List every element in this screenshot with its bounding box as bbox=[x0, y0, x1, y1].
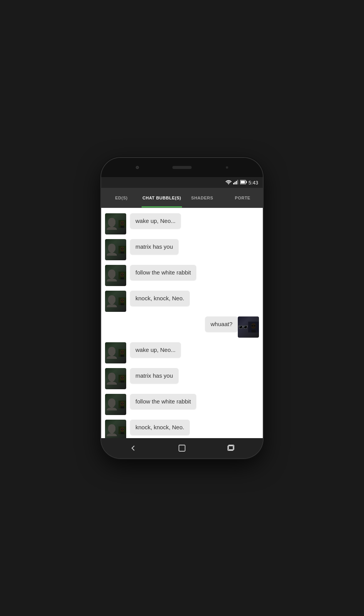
svg-point-54 bbox=[121, 353, 124, 355]
svg-point-46 bbox=[252, 327, 255, 328]
signal-icon bbox=[233, 180, 239, 185]
svg-rect-35 bbox=[121, 300, 122, 301]
svg-rect-39 bbox=[120, 303, 124, 305]
chat-area: wake up, Neo... matrix has you follow th… bbox=[101, 208, 263, 438]
message-bubble: knock, knock, Neo. bbox=[130, 291, 190, 306]
battery-icon bbox=[240, 180, 247, 185]
message-text: matrix has you bbox=[135, 372, 173, 380]
morpheus-avatar bbox=[105, 394, 126, 415]
svg-rect-52 bbox=[123, 352, 124, 353]
status-time: 5:43 bbox=[249, 180, 258, 186]
svg-rect-67 bbox=[121, 403, 122, 404]
svg-rect-59 bbox=[121, 377, 122, 378]
nav-bar bbox=[101, 438, 263, 458]
phone-frame: 5:43 ED(S) CHAT BUBBLE(S) SHADERS PORTE … bbox=[101, 158, 263, 458]
morpheus-avatar bbox=[105, 368, 126, 389]
svg-point-38 bbox=[121, 301, 124, 303]
chat-message: knock, knock, Neo. bbox=[101, 288, 263, 314]
morpheus-avatar bbox=[105, 420, 126, 438]
chat-message: matrix has you bbox=[101, 366, 263, 392]
recents-button[interactable] bbox=[222, 440, 239, 457]
svg-rect-28 bbox=[123, 274, 124, 275]
tab-bar: ED(S) CHAT BUBBLE(S) SHADERS PORTE bbox=[101, 188, 263, 208]
front-camera bbox=[136, 166, 139, 169]
message-bubble: knock, knock, Neo. bbox=[130, 420, 190, 435]
svg-point-78 bbox=[121, 430, 124, 432]
svg-point-14 bbox=[121, 224, 124, 226]
chat-message: follow the white rabbit bbox=[101, 392, 263, 417]
svg-rect-31 bbox=[120, 278, 124, 280]
chat-message: follow the white rabbit bbox=[101, 263, 263, 288]
svg-rect-11 bbox=[121, 223, 122, 224]
svg-rect-4 bbox=[237, 180, 238, 184]
home-button[interactable] bbox=[174, 440, 190, 457]
status-bar: 5:43 bbox=[101, 177, 263, 188]
message-text: follow the white rabbit bbox=[135, 398, 191, 405]
message-text: follow the white rabbit bbox=[135, 269, 191, 276]
svg-rect-47 bbox=[252, 330, 256, 333]
chat-message: knock, knock, Neo. bbox=[101, 417, 263, 438]
earpiece-speaker bbox=[172, 166, 192, 169]
svg-rect-2 bbox=[234, 182, 235, 185]
message-text: wake up, Neo... bbox=[135, 346, 175, 354]
svg-rect-1 bbox=[233, 183, 234, 184]
morpheus-avatar bbox=[105, 265, 126, 286]
message-text: knock, knock, Neo. bbox=[135, 424, 184, 431]
svg-rect-71 bbox=[120, 407, 124, 408]
message-text: wake up, Neo... bbox=[135, 217, 175, 225]
message-bubble: whuaat? bbox=[205, 316, 238, 332]
svg-rect-36 bbox=[123, 300, 124, 301]
svg-point-22 bbox=[121, 250, 124, 251]
wifi-icon bbox=[225, 180, 232, 186]
svg-rect-88 bbox=[179, 445, 185, 451]
svg-rect-55 bbox=[120, 355, 124, 357]
message-bubble: follow the white rabbit bbox=[130, 394, 196, 409]
svg-point-44 bbox=[254, 325, 256, 326]
svg-point-62 bbox=[121, 379, 124, 380]
svg-point-70 bbox=[121, 405, 124, 406]
message-bubble: wake up, Neo... bbox=[130, 213, 181, 229]
chat-message: wake up, Neo... bbox=[101, 340, 263, 366]
svg-rect-79 bbox=[120, 432, 124, 434]
svg-rect-76 bbox=[123, 429, 124, 430]
message-bubble: wake up, Neo... bbox=[130, 342, 181, 358]
svg-rect-20 bbox=[123, 248, 124, 249]
svg-rect-3 bbox=[236, 181, 237, 184]
svg-rect-15 bbox=[120, 226, 124, 228]
message-text: whuaat? bbox=[210, 320, 232, 328]
svg-rect-23 bbox=[120, 252, 124, 254]
svg-rect-12 bbox=[123, 223, 124, 224]
message-text: matrix has you bbox=[135, 243, 173, 251]
svg-point-0 bbox=[228, 184, 229, 184]
chat-message: matrix has you bbox=[101, 237, 263, 263]
svg-rect-51 bbox=[121, 352, 122, 353]
message-bubble: matrix has you bbox=[130, 368, 179, 383]
status-icons: 5:43 bbox=[225, 180, 258, 186]
message-bubble: follow the white rabbit bbox=[130, 265, 196, 280]
svg-point-43 bbox=[251, 325, 254, 326]
svg-rect-27 bbox=[121, 274, 122, 275]
svg-rect-6 bbox=[246, 181, 247, 183]
back-button[interactable] bbox=[125, 440, 142, 457]
svg-point-30 bbox=[121, 276, 124, 277]
message-bubble: matrix has you bbox=[130, 239, 179, 254]
tab-shaders[interactable]: SHADERS bbox=[182, 188, 222, 208]
svg-rect-63 bbox=[120, 381, 124, 383]
tab-chat-bubble[interactable]: CHAT BUBBLE(S) bbox=[142, 188, 182, 208]
svg-rect-19 bbox=[121, 248, 122, 249]
proximity-sensor bbox=[226, 166, 228, 169]
morpheus-avatar bbox=[105, 342, 126, 363]
morpheus-avatar bbox=[105, 213, 126, 234]
morpheus-avatar bbox=[105, 291, 126, 312]
chat-message: wake up, Neo... bbox=[101, 211, 263, 237]
morpheus-avatar bbox=[105, 239, 126, 260]
svg-rect-75 bbox=[121, 429, 122, 430]
chat-message: whuaat? bbox=[101, 314, 263, 340]
phone-top-bar bbox=[101, 158, 263, 177]
svg-rect-68 bbox=[123, 403, 124, 404]
message-text: knock, knock, Neo. bbox=[135, 295, 184, 302]
neo-avatar bbox=[238, 316, 259, 338]
tab-porter[interactable]: PORTE bbox=[222, 188, 263, 208]
svg-rect-7 bbox=[240, 181, 245, 184]
tab-themed[interactable]: ED(S) bbox=[101, 188, 142, 208]
